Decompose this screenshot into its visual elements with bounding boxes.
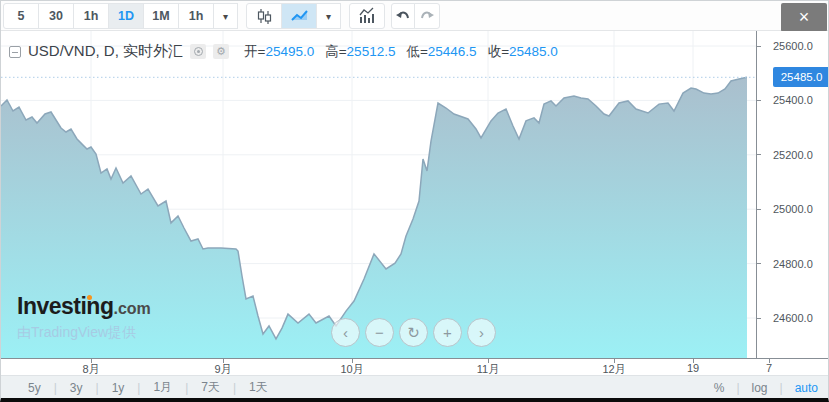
zoom-out-button[interactable]: − — [365, 318, 394, 347]
x-tick-label: 19 — [687, 362, 699, 374]
scale-options: %|log|auto — [702, 381, 820, 395]
range-button-5y[interactable]: 5y — [15, 381, 54, 395]
settings-button[interactable]: ⚙ — [213, 44, 229, 59]
style-dropdown-button[interactable]: ▾ — [316, 3, 341, 29]
zoom-in-button[interactable]: + — [433, 318, 462, 347]
interval-button-1m-4[interactable]: 1M — [143, 3, 179, 29]
chevron-down-icon: ▾ — [326, 11, 331, 22]
y-tick-mark — [757, 318, 761, 319]
range-button-1天[interactable]: 1天 — [236, 379, 281, 396]
y-tick-mark — [757, 46, 761, 47]
ohlc-item: 收=25485.0 — [488, 43, 558, 61]
chart-nav-controls: ‹−↻+› — [331, 318, 496, 347]
chart-window: 5301h1D1M1h ▾ ▾ — [0, 0, 829, 402]
y-tick-label: 25400.0 — [773, 94, 813, 106]
reset-view-icon: ↻ — [407, 324, 420, 342]
undo-arrow-icon — [395, 9, 411, 23]
range-button-3y[interactable]: 3y — [57, 381, 96, 395]
reset-view-button[interactable]: ↻ — [399, 318, 428, 347]
symbol-title: USD/VND, D, 实时外汇 — [28, 42, 183, 61]
ohlc-value: 25512.5 — [347, 44, 396, 59]
interval-dropdown-button[interactable]: ▾ — [213, 3, 238, 29]
range-selector: 5y|3y|1y|1月|7天|1天 — [1, 379, 281, 396]
candlestick-style-button[interactable] — [246, 3, 282, 29]
bottom-toolbar: 5y|3y|1y|1月|7天|1天 %|log|auto — [1, 375, 829, 399]
line-chart-icon — [289, 7, 309, 25]
interval-button-1h-5[interactable]: 1h — [178, 3, 214, 29]
last-price-value: 25485.0 — [781, 71, 823, 83]
redo-arrow-icon — [419, 9, 435, 23]
eye-icon — [194, 47, 203, 56]
line-style-button[interactable] — [281, 3, 317, 29]
zoom-out-icon: − — [375, 324, 384, 341]
legend-collapse-icon[interactable] — [9, 46, 21, 58]
y-tick-label: 24800.0 — [773, 258, 813, 270]
redo-button[interactable] — [414, 3, 440, 29]
ohlc-value: 25495.0 — [265, 44, 314, 59]
last-price-tag: 25485.0 — [773, 67, 829, 87]
pan-right-icon: › — [479, 324, 484, 341]
visibility-toggle-button[interactable] — [190, 44, 206, 59]
interval-button-5-0[interactable]: 5 — [3, 3, 39, 29]
price-axis[interactable]: 25485.0 25600.025400.025200.025000.02480… — [756, 31, 829, 358]
ohlc-item: 高=25512.5 — [325, 43, 395, 61]
range-button-1y[interactable]: 1y — [99, 381, 138, 395]
ohlc-item: 开=25495.0 — [244, 43, 314, 61]
scale-button-log[interactable]: log — [740, 381, 780, 395]
ohlc-values: 开=25495.0高=25512.5低=25446.5收=25485.0 — [244, 43, 558, 61]
close-icon: × — [799, 7, 810, 28]
ohlc-value: 25485.0 — [509, 44, 558, 59]
ohlc-label: 低 — [406, 44, 420, 59]
interval-group: 5301h1D1M1h — [3, 3, 214, 29]
ohlc-value: 25446.5 — [428, 44, 477, 59]
brand-watermark: Investing.com 由TradingView提供 — [17, 293, 151, 342]
y-tick-mark — [757, 154, 761, 155]
indicators-icon — [358, 7, 376, 25]
y-tick-label: 25000.0 — [773, 203, 813, 215]
y-tick-mark — [757, 263, 761, 264]
indicators-button[interactable] — [349, 3, 385, 29]
ohlc-item: 低=25446.5 — [406, 43, 476, 61]
chart-plot-area[interactable]: USD/VND, D, 实时外汇 ⚙ 开=25495.0高=25512.5低=2… — [1, 31, 756, 358]
range-button-1月[interactable]: 1月 — [140, 379, 185, 396]
range-button-7天[interactable]: 7天 — [188, 379, 233, 396]
interval-button-1d-3[interactable]: 1D — [108, 3, 144, 29]
pan-right-button[interactable]: › — [467, 318, 496, 347]
chevron-down-icon: ▾ — [223, 11, 228, 22]
ohlc-label: 收 — [488, 44, 502, 59]
interval-button-30-1[interactable]: 30 — [38, 3, 74, 29]
toolbar-gap — [341, 3, 349, 29]
interval-button-1h-2[interactable]: 1h — [73, 3, 109, 29]
y-tick-mark — [757, 209, 761, 210]
y-tick-label: 25600.0 — [773, 40, 813, 52]
candlestick-icon — [255, 7, 273, 25]
toolbar-left-group: 5301h1D1M1h ▾ ▾ — [3, 3, 440, 29]
y-tick-mark — [757, 100, 761, 101]
zoom-in-icon: + — [443, 324, 452, 341]
pan-left-button[interactable]: ‹ — [331, 318, 360, 347]
investing-logo: Investing — [17, 293, 113, 319]
undo-button[interactable] — [391, 3, 415, 29]
y-tick-label: 25200.0 — [773, 149, 813, 161]
ohlc-label: 开 — [244, 44, 258, 59]
toolbar-gap — [238, 3, 246, 29]
x-tick-label: 7 — [766, 362, 772, 374]
chart-legend: USD/VND, D, 实时外汇 ⚙ 开=25495.0高=25512.5低=2… — [9, 42, 558, 61]
investing-logo-domain: .com — [113, 300, 150, 317]
y-tick-label: 24600.0 — [773, 312, 813, 324]
logo-orange-dot — [87, 295, 92, 300]
close-button[interactable]: × — [781, 3, 827, 32]
ohlc-label: 高 — [325, 44, 339, 59]
auto-scale-button[interactable]: auto — [783, 381, 820, 395]
top-toolbar: 5301h1D1M1h ▾ ▾ — [1, 1, 828, 31]
gear-icon: ⚙ — [216, 46, 226, 57]
tradingview-attribution: 由TradingView提供 — [17, 324, 151, 342]
scale-button-percent[interactable]: % — [702, 381, 737, 395]
pan-left-icon: ‹ — [343, 324, 348, 341]
time-axis[interactable]: 8月9月10月11月12月197 — [1, 358, 829, 375]
